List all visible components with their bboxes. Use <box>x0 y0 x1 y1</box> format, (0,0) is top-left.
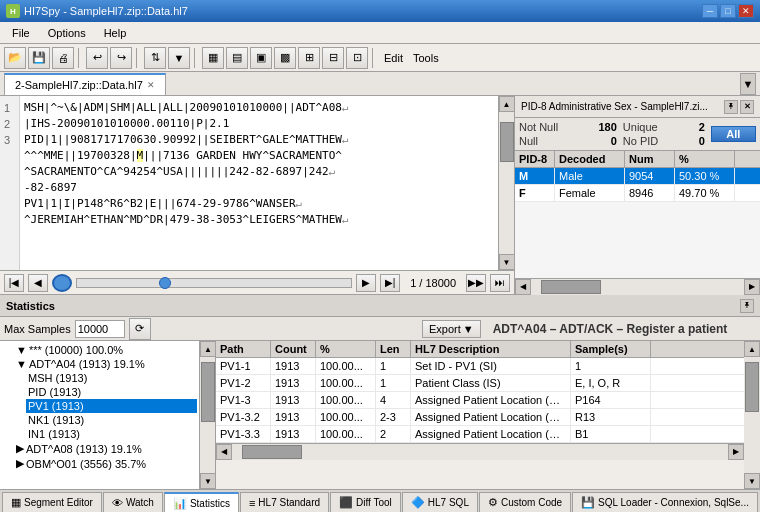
hscroll-right-button[interactable]: ▶ <box>744 279 760 295</box>
table-row[interactable]: F Female 8946 49.70 % <box>515 185 760 202</box>
tree-label-1: ADT^A04 (1913) 19.1% <box>29 358 145 370</box>
menu-file[interactable]: File <box>4 25 38 41</box>
progress-bar[interactable] <box>76 278 352 288</box>
tab-data-file[interactable]: 2-SampleHl7.zip::Data.hl7 ✕ <box>4 73 166 95</box>
not-null-value: 180 <box>581 121 617 133</box>
all-button[interactable]: All <box>711 126 756 142</box>
detail-row-1[interactable]: PV1-2 1913 100.00... 1 Patient Class (IS… <box>216 375 744 392</box>
detail-hscroll-left[interactable]: ◀ <box>216 444 232 460</box>
tree-item-4[interactable]: PV1 (1913) <box>26 399 197 413</box>
toolbar-grid4[interactable]: ▩ <box>274 47 296 69</box>
detail-scroll-up[interactable]: ▲ <box>744 341 760 357</box>
toolbar-sep-4 <box>372 48 376 68</box>
close-button[interactable]: ✕ <box>738 4 754 18</box>
bottom-tab-custom-code[interactable]: ⚙ Custom Code <box>479 492 571 513</box>
detail-row-4[interactable]: PV1-3.3 1913 100.00... 2 Assigned Patien… <box>216 426 744 443</box>
detail-row-3[interactable]: PV1-3.2 1913 100.00... 2-3 Assigned Pati… <box>216 409 744 426</box>
hscroll-track[interactable] <box>531 279 744 295</box>
editor-content[interactable]: MSH|^~\&|ADM|SHM|ALL|ALL|20090101010000|… <box>20 96 498 270</box>
tree-item-1[interactable]: ▼ ADT^A04 (1913) 19.1% <box>14 357 197 371</box>
scroll-thumb[interactable] <box>500 122 514 162</box>
tree-scroll-thumb[interactable] <box>201 362 215 422</box>
nav-jump-button[interactable]: ▶▶ <box>466 274 486 292</box>
right-panel-hscroll[interactable]: ◀ ▶ <box>515 278 760 294</box>
main-editor-area: 1 2 3 MSH|^~\&|ADM|SHM|ALL|ALL|200901010… <box>0 96 760 294</box>
nav-first-button[interactable]: |◀ <box>4 274 24 292</box>
right-panel-close-button[interactable]: ✕ <box>740 100 754 114</box>
tree-item-3[interactable]: PID (1913) <box>26 385 197 399</box>
detail-row-2[interactable]: PV1-3 1913 100.00... 4 Assigned Patient … <box>216 392 744 409</box>
bottom-tab-diff-tool[interactable]: ⬛ Diff Tool <box>330 492 401 513</box>
max-samples-input[interactable] <box>75 320 125 338</box>
toolbar-filter[interactable]: ▼ <box>168 47 190 69</box>
toolbar-grid6[interactable]: ⊟ <box>322 47 344 69</box>
toolbar-grid5[interactable]: ⊞ <box>298 47 320 69</box>
hscroll-left-button[interactable]: ◀ <box>515 279 531 295</box>
menu-help[interactable]: Help <box>96 25 135 41</box>
right-panel-header: PID-8 Administrative Sex - SampleHl7.zi.… <box>515 96 760 118</box>
tree-scroll-down[interactable]: ▼ <box>200 473 216 489</box>
nav-prev-button[interactable]: ◀ <box>28 274 48 292</box>
detail-scroll-down[interactable]: ▼ <box>744 473 760 489</box>
detail-scrollbar[interactable]: ▲ ▼ <box>744 341 760 489</box>
nav-last-button[interactable]: ▶| <box>380 274 400 292</box>
maximize-button[interactable]: □ <box>720 4 736 18</box>
tree-item-7[interactable]: ▶ ADT^A08 (1913) 19.1% <box>14 441 197 456</box>
refresh-button[interactable]: ⟳ <box>129 318 151 340</box>
toolbar-open[interactable]: 📂 <box>4 47 26 69</box>
detail-hscroll-track[interactable] <box>232 444 728 460</box>
detail-scroll-track[interactable] <box>744 357 760 473</box>
editor-scrollbar[interactable]: ▲ ▼ <box>498 96 514 270</box>
segment-editor-icon: ▦ <box>11 496 21 509</box>
nav-end-button[interactable]: ⏭ <box>490 274 510 292</box>
bottom-tab-statistics[interactable]: 📊 Statistics <box>164 492 239 513</box>
toolbar-redo[interactable]: ↪ <box>110 47 132 69</box>
tree-scrollbar[interactable]: ▲ ▼ <box>200 341 216 489</box>
scroll-up-button[interactable]: ▲ <box>499 96 515 112</box>
toolbar-grid1[interactable]: ▦ <box>202 47 224 69</box>
detail-hscroll[interactable]: ◀ ▶ <box>216 443 744 459</box>
toolbar-undo[interactable]: ↩ <box>86 47 108 69</box>
tab-close-button[interactable]: ✕ <box>147 80 155 90</box>
not-null-label: Not Null <box>519 121 575 133</box>
stats-panel-pin-button[interactable]: 🖈 <box>740 299 754 313</box>
tree-scroll-track[interactable] <box>200 357 215 473</box>
tree-scroll-up[interactable]: ▲ <box>200 341 216 357</box>
detail-row-0[interactable]: PV1-1 1913 100.00... 1 Set ID - PV1 (SI)… <box>216 358 744 375</box>
table-row[interactable]: M Male 9054 50.30 % <box>515 168 760 185</box>
dth-len: Len <box>376 341 411 357</box>
detail-count-4: 1913 <box>271 426 316 442</box>
tree-item-5[interactable]: NK1 (1913) <box>26 413 197 427</box>
progress-knob[interactable] <box>159 277 171 289</box>
right-panel-pin-button[interactable]: 🖈 <box>724 100 738 114</box>
nav-next-button[interactable]: ▶ <box>356 274 376 292</box>
detail-hscroll-thumb[interactable] <box>242 445 302 459</box>
detail-scroll-thumb[interactable] <box>745 362 759 412</box>
bottom-tab-watch[interactable]: 👁 Watch <box>103 492 163 513</box>
toolbar-grid3[interactable]: ▣ <box>250 47 272 69</box>
export-button[interactable]: Export ▼ <box>422 320 481 338</box>
tree-panel[interactable]: ▼ *** (10000) 100.0% ▼ ADT^A04 (1913) 19… <box>0 341 200 489</box>
td-code-1: F <box>515 185 555 201</box>
hscroll-thumb[interactable] <box>541 280 601 294</box>
bottom-tab-hl7-standard[interactable]: ≡ HL7 Standard <box>240 492 329 513</box>
detail-hscroll-right[interactable]: ▶ <box>728 444 744 460</box>
bottom-tab-sql-loader[interactable]: 💾 SQL Loader - Connexion, SqlSe... <box>572 492 758 513</box>
nav-play-button[interactable] <box>52 274 72 292</box>
toolbar-grid7[interactable]: ⊡ <box>346 47 368 69</box>
tree-item-6[interactable]: IN1 (1913) <box>26 427 197 441</box>
tab-dropdown[interactable]: ▼ <box>740 73 756 95</box>
toolbar-save[interactable]: 💾 <box>28 47 50 69</box>
bottom-tab-hl7-sql[interactable]: 🔷 HL7 SQL <box>402 492 478 513</box>
toolbar-grid2[interactable]: ▤ <box>226 47 248 69</box>
scroll-track[interactable] <box>499 112 515 254</box>
bottom-tab-segment-editor[interactable]: ▦ Segment Editor <box>2 492 102 513</box>
tree-item-8[interactable]: ▶ OBM^O01 (3556) 35.7% <box>14 456 197 471</box>
tree-item-0[interactable]: ▼ *** (10000) 100.0% <box>14 343 197 357</box>
minimize-button[interactable]: ─ <box>702 4 718 18</box>
menu-options[interactable]: Options <box>40 25 94 41</box>
toolbar-sort[interactable]: ⇅ <box>144 47 166 69</box>
tree-item-2[interactable]: MSH (1913) <box>26 371 197 385</box>
toolbar-print[interactable]: 🖨 <box>52 47 74 69</box>
scroll-down-button[interactable]: ▼ <box>499 254 515 270</box>
